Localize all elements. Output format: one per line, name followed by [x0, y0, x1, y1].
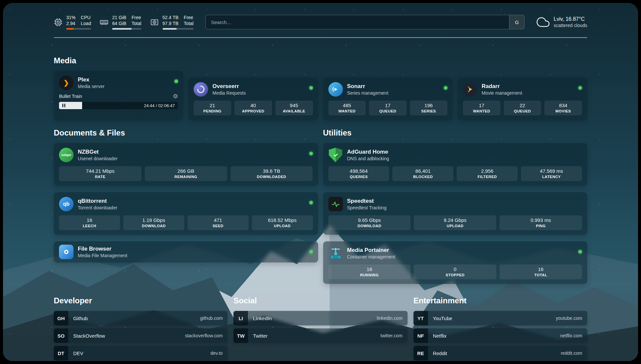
cpu-percent: 31% — [66, 15, 76, 20]
ram-free-value: 21 GiB — [112, 15, 126, 20]
bookmark-url: github.com — [200, 316, 223, 321]
section-media: Media ❯ Plex Media server — [54, 56, 587, 120]
bookmark-name: StackOverflow — [73, 333, 105, 339]
search-input[interactable] — [206, 19, 509, 25]
weather-location: Lviv, 16.87°C — [554, 16, 587, 22]
qbittorrent-icon: qb — [59, 197, 74, 211]
bookmark-row-github[interactable]: GH Github github.com — [54, 311, 228, 325]
stat-running: 16 RUNNING — [328, 264, 411, 279]
stat-stopped: 0 STOPPED — [414, 264, 496, 279]
app-name: qBittorrent — [78, 197, 117, 204]
stat-queued: 22 QUEUED — [504, 101, 541, 115]
radarr-icon — [463, 82, 477, 97]
section-title-social: Social — [233, 296, 407, 306]
netflix-badge: NF — [413, 328, 428, 343]
bookmark-row-youtube[interactable]: YT YouTube youtube.com — [413, 311, 587, 325]
stat-pending: 21 PENDING — [194, 101, 231, 115]
app-card-overseerr[interactable]: Overseerr Media Requests 21 PENDING 40 A… — [188, 77, 318, 120]
app-card-sonarr[interactable]: Sonarr Series management 485 WANTED 17 Q… — [323, 77, 453, 120]
stat-upload: 9.24 Gbps UPLOAD — [414, 215, 496, 230]
disk-monitor: 52.4 TB 97.9 TB Free Total — [150, 15, 194, 30]
app-name: Sonarr — [347, 83, 388, 90]
app-name: Radarr — [482, 83, 522, 90]
stat-wanted: 17 WANTED — [463, 101, 501, 115]
app-name: Plex — [78, 76, 105, 83]
app-card-plex[interactable]: ❯ Plex Media server Bullet Train ⚙ — [54, 71, 183, 120]
bookmark-name: LinkedIn — [253, 316, 272, 321]
gear-icon[interactable]: ⚙ — [173, 93, 178, 99]
bookmark-name: YouTube — [433, 316, 452, 321]
app-subtitle: Container management — [347, 254, 395, 260]
status-dot — [309, 152, 313, 155]
bookmark-row-dev[interactable]: DT DEV dev.to — [54, 346, 228, 360]
pause-icon[interactable] — [62, 104, 66, 107]
ram-monitor: 21 GiB 64 GiB Free Total — [100, 15, 141, 30]
disk-total-label: Total — [184, 20, 194, 26]
search-engine-button[interactable]: G — [509, 15, 524, 29]
app-card-qbittorrent[interactable]: qb qBittorrent Torrent downloader 16 LEE… — [54, 192, 318, 235]
app-subtitle: Series management — [347, 90, 388, 96]
bookmark-url: netflix.com — [560, 333, 582, 338]
bookmark-name: Github — [73, 316, 88, 321]
nzbget-glyph: nzbget — [62, 153, 71, 157]
github-badge: GH — [54, 311, 68, 325]
bookmark-row-linkedin[interactable]: LI LinkedIn linkedin.com — [233, 311, 407, 325]
portainer-icon — [328, 246, 343, 260]
app-card-radarr[interactable]: Radarr Movie management 17 WANTED 22 QUE… — [458, 77, 587, 120]
app-card-adguard[interactable]: AdGuard Home DNS and adblocking 498,564 … — [323, 143, 588, 186]
section-entertainment: Entertainment YT YouTube youtube.com NF … — [413, 296, 587, 361]
stat-download: 1.19 Gbps DOWNLOAD — [123, 215, 184, 230]
app-name: NZBGet — [78, 148, 118, 155]
app-subtitle: Speedtest Tracking — [347, 205, 387, 211]
app-card-filebrowser[interactable]: File Browser Media File Management — [54, 241, 318, 262]
stat-seed: 471 SEED — [188, 215, 249, 230]
disk-total-value: 97.9 TB — [163, 20, 179, 26]
nzbget-icon: nzbget — [59, 148, 74, 162]
app-card-speedtest[interactable]: Speedtest Speedtest Tracking 9.65 Gbps D… — [323, 192, 588, 235]
stat-approved: 40 APPROVED — [234, 101, 272, 115]
stat-queued: 17 QUEUED — [369, 101, 407, 115]
dev-badge: DT — [54, 346, 68, 360]
cpu-load-label: Load — [81, 20, 91, 26]
adguard-icon — [328, 148, 343, 162]
playback-progress-bar[interactable]: 24:44 / 02:06:47 — [59, 102, 178, 109]
status-dot — [444, 86, 447, 90]
twitter-badge: TW — [233, 328, 248, 343]
bookmark-row-netflix[interactable]: NF Netflix netflix.com — [413, 328, 587, 343]
cpu-load-value: 2.94 — [66, 20, 76, 26]
search-bar: G — [205, 15, 525, 29]
app-subtitle: Media server — [78, 84, 105, 89]
weather-widget[interactable]: Lviv, 16.87°C scattered clouds — [536, 15, 587, 29]
ram-icon — [100, 18, 108, 27]
status-dot — [309, 250, 313, 254]
ram-total-value: 64 GiB — [112, 20, 126, 26]
stat-downloaded: 39.6 TB DOWNLOADED — [230, 166, 313, 181]
bookmark-row-twitter[interactable]: TW Twitter twitter.com — [233, 328, 407, 343]
bookmark-name: Reddit — [433, 350, 447, 356]
ram-total-label: Total — [132, 20, 141, 26]
dashboard-screen: 31% 2.94 CPU Load — [3, 3, 638, 361]
bookmark-row-stackoverflow[interactable]: SO StackOverflow stackoverflow.com — [54, 328, 228, 343]
app-subtitle: Media Requests — [212, 90, 246, 96]
bookmark-row-reddit[interactable]: RE Reddit reddit.com — [413, 346, 587, 360]
bookmark-url: linkedin.com — [377, 316, 403, 321]
app-name: Media Portainer — [347, 247, 395, 254]
app-card-portainer[interactable]: Media Portainer Container management 16 … — [323, 241, 588, 284]
stat-filtered: 2,956 FILTERED — [457, 166, 518, 181]
linkedin-badge: LI — [233, 311, 248, 325]
stat-download: 9.65 Gbps DOWNLOAD — [328, 215, 411, 230]
section-title-utilities: Utilities — [323, 128, 588, 138]
weather-condition: scattered clouds — [554, 23, 587, 28]
bookmark-name: Netflix — [433, 333, 447, 339]
app-card-nzbget[interactable]: nzbget NZBGet Usenet downloader 744.21 M… — [54, 143, 318, 186]
cpu-monitor: 31% 2.94 CPU Load — [54, 15, 91, 30]
app-subtitle: Usenet downloader — [78, 156, 118, 162]
stat-blocked: 86,401 BLOCKED — [392, 166, 453, 181]
section-utilities: Utilities AdGuard Home DNS and adblockin… — [323, 128, 588, 284]
app-name: Speedtest — [347, 197, 387, 204]
youtube-badge: YT — [413, 311, 428, 325]
reddit-badge: RE — [413, 346, 428, 360]
qbittorrent-glyph: qb — [63, 201, 70, 207]
topbar-divider — [54, 37, 587, 38]
app-name: AdGuard Home — [347, 148, 389, 155]
